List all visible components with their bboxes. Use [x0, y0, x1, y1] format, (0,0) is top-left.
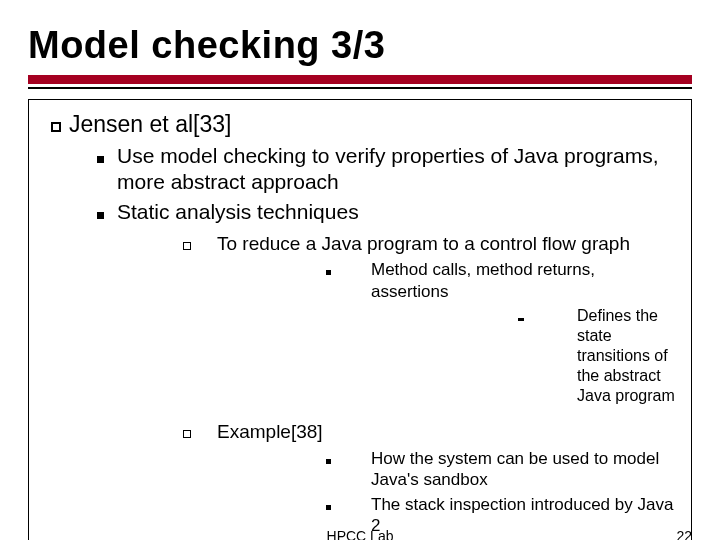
content-box: Jensen et al[33] Use model checking to v…: [28, 99, 692, 540]
item-text: How the system can be used to model Java…: [371, 448, 677, 491]
list-item: Example[38] How the system can be used t…: [117, 420, 677, 540]
bullet-hollow-square-icon: [43, 110, 69, 540]
footer-center-label: HPCC Lab: [327, 528, 394, 540]
item-text: Method calls, method returns, assertions: [371, 260, 595, 300]
item-text: Example[38]: [217, 421, 323, 442]
rule-thin: [28, 87, 692, 89]
item-text: Static analysis techniques: [117, 200, 359, 223]
slide-title: Model checking 3/3: [28, 24, 692, 67]
item-text: Jensen et al[33]: [69, 111, 231, 137]
bullet-bar-icon: [371, 306, 577, 406]
list-item: Jensen et al[33] Use model checking to v…: [43, 110, 677, 540]
list-item: Use model checking to verify properties …: [69, 143, 677, 196]
item-text: Defines the state transitions of the abs…: [577, 306, 677, 406]
list-item: To reduce a Java program to a control fl…: [117, 232, 677, 414]
bullet-filled-square-icon: [69, 143, 117, 196]
bullet-filled-square-xs-icon: [217, 448, 371, 491]
title-rule: [28, 75, 692, 89]
bullet-filled-square-icon: [69, 199, 117, 540]
item-text: To reduce a Java program to a control fl…: [217, 233, 630, 254]
slide: Model checking 3/3 Jensen et al[33] Use …: [0, 0, 720, 540]
list-item: Defines the state transitions of the abs…: [371, 306, 677, 406]
list-level-3: To reduce a Java program to a control fl…: [117, 232, 677, 541]
list-item: Method calls, method returns, assertions…: [217, 259, 677, 410]
list-level-1: Jensen et al[33] Use model checking to v…: [43, 110, 677, 540]
rule-thick: [28, 75, 692, 84]
list-level-4: How the system can be used to model Java…: [217, 448, 677, 537]
page-number: 22: [676, 528, 692, 540]
list-level-2: Use model checking to verify properties …: [69, 143, 677, 540]
list-item: How the system can be used to model Java…: [217, 448, 677, 491]
bullet-filled-square-xs-icon: [217, 259, 371, 410]
item-text: Use model checking to verify properties …: [117, 143, 677, 196]
list-item: The stack inspection introduced by Java …: [217, 494, 677, 537]
list-level-5: Defines the state transitions of the abs…: [371, 306, 677, 406]
bullet-hollow-square-small-icon: [117, 420, 217, 540]
item-text: The stack inspection introduced by Java …: [371, 494, 677, 537]
list-level-4: Method calls, method returns, assertions…: [217, 259, 677, 410]
list-item: Static analysis techniques To reduce a J…: [69, 199, 677, 540]
bullet-hollow-square-small-icon: [117, 232, 217, 414]
